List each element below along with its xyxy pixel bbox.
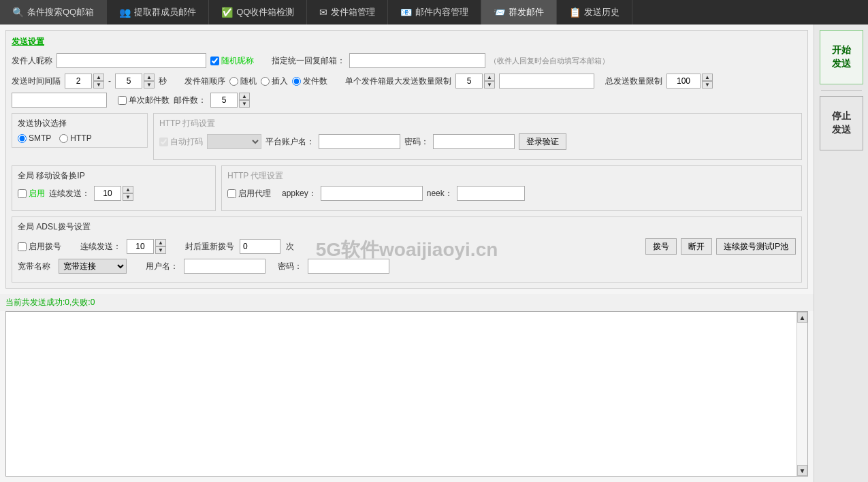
redial-value-input[interactable]: [240, 239, 280, 254]
mail-count-up[interactable]: ▲: [239, 93, 250, 100]
total-limit-label: 总发送数量限制: [605, 76, 662, 87]
total-limit-up[interactable]: ▲: [702, 74, 713, 81]
order-sendcount-label[interactable]: 发件数: [292, 76, 327, 87]
stop-send-btn[interactable]: 停止 发送: [820, 96, 863, 150]
search-qq-icon: 🔍: [12, 7, 24, 18]
enable-dial-check[interactable]: 启用拨号: [18, 241, 61, 253]
order-sendcount-text: 发件数: [303, 76, 327, 87]
scroll-down-arrow[interactable]: ▼: [797, 465, 807, 476]
enable-dial-checkbox[interactable]: [18, 242, 27, 251]
total-limit-input[interactable]: [666, 74, 701, 89]
http-password-input[interactable]: [433, 134, 515, 149]
continuous-send-label: 连续发送：: [49, 188, 90, 199]
mobile-ip-row: 启用 连续发送： ▲ ▼: [18, 186, 210, 201]
http-password-label: 密码：: [404, 136, 429, 148]
http-radio[interactable]: [59, 134, 68, 143]
username-input[interactable]: [184, 259, 266, 274]
mail-content-icon: 📧: [400, 7, 412, 18]
sender-name-input[interactable]: [57, 53, 206, 68]
order-random-label[interactable]: 随机: [229, 76, 257, 87]
nav-search-qq[interactable]: 🔍 条件搜索QQ邮箱: [0, 0, 107, 25]
start-send-line2: 发送: [832, 58, 851, 70]
interval-max-down[interactable]: ▼: [144, 81, 155, 89]
appkey-label: appkey：: [282, 188, 317, 199]
login-verify-btn[interactable]: 登录验证: [519, 133, 566, 150]
continuous-up[interactable]: ▲: [123, 186, 133, 193]
sender-row: 发件人昵称 随机昵称 指定统一回复邮箱： （收件人回复时会自动填写本邮箱）: [12, 53, 802, 68]
reply-email-input[interactable]: [349, 53, 485, 68]
nav-send-box[interactable]: ✉ 发件箱管理: [307, 0, 388, 25]
continuous-btns: ▲ ▼: [123, 186, 133, 201]
interval-row: 发送时间间隔 ▲ ▼ - ▲ ▼ 秒: [12, 74, 802, 108]
code-platform-select[interactable]: [207, 134, 261, 149]
dial-btn[interactable]: 拨号: [645, 238, 677, 255]
http-code-row: 自动打码 平台账户名： 密码： 登录验证: [159, 133, 796, 150]
scroll-up-arrow[interactable]: ▲: [797, 312, 807, 323]
order-insert-text: 插入: [272, 76, 288, 87]
interval-min-spinner: ▲ ▼: [65, 74, 104, 89]
total-limit-extra-input[interactable]: [12, 93, 107, 108]
http-code-title: HTTP 打码设置: [159, 118, 796, 129]
auto-code-check[interactable]: 自动打码: [159, 136, 203, 148]
nav-group-mail[interactable]: 📨 群发邮件: [481, 0, 557, 25]
order-sendcount-radio[interactable]: [292, 77, 301, 86]
neek-input[interactable]: [457, 186, 525, 201]
adsl-section: 5G软件woaijiaoyi.cn 全局 ADSL拨号设置 启用拨号 连续发送：…: [12, 216, 802, 283]
log-scrollbar[interactable]: ▲ ▼: [797, 312, 807, 476]
order-insert-radio[interactable]: [261, 77, 270, 86]
continuous-down[interactable]: ▼: [123, 193, 133, 201]
single-count-check[interactable]: 单次邮件数: [118, 95, 170, 106]
http-radio-label[interactable]: HTTP: [59, 133, 91, 143]
continuous-dial-up[interactable]: ▲: [155, 239, 166, 246]
nav-extract-group[interactable]: 👥 提取群成员邮件: [107, 0, 209, 25]
continuous-dial-down[interactable]: ▼: [155, 246, 166, 254]
nav-send-history[interactable]: 📋 发送历史: [557, 0, 632, 25]
random-nickname-check[interactable]: 随机昵称: [210, 55, 254, 67]
interval-max-up[interactable]: ▲: [144, 74, 155, 81]
max-per-box-extra-input[interactable]: [499, 74, 594, 89]
enable-proxy-check[interactable]: 启用代理: [227, 188, 271, 199]
nav-mail-content[interactable]: 📧 邮件内容管理: [388, 0, 481, 25]
nav-qq-inbox-check[interactable]: ✅ QQ收件箱检测: [209, 0, 307, 25]
order-insert-label[interactable]: 插入: [261, 76, 288, 87]
interval-unit: 秒: [159, 76, 167, 87]
auto-code-checkbox[interactable]: [159, 138, 168, 146]
enable-proxy-checkbox[interactable]: [227, 189, 236, 198]
order-random-text: 随机: [240, 76, 257, 87]
interval-min-up[interactable]: ▲: [93, 74, 104, 81]
smtp-radio-label[interactable]: SMTP: [18, 133, 51, 143]
interval-min-input[interactable]: [65, 74, 92, 89]
interval-label: 发送时间间隔: [12, 76, 61, 87]
disconnect-btn[interactable]: 断开: [681, 238, 712, 255]
max-per-box-label: 单个发件箱最大发送数量限制: [345, 76, 451, 87]
mail-count-input[interactable]: [210, 93, 238, 108]
status-bar: 当前共发送成功:0,失败:0: [0, 294, 814, 311]
single-count-checkbox[interactable]: [118, 96, 127, 105]
max-per-box-up[interactable]: ▲: [484, 74, 495, 81]
random-nickname-checkbox[interactable]: [210, 57, 219, 65]
start-send-btn[interactable]: 开始 发送: [820, 30, 863, 84]
interval-max-input[interactable]: [115, 74, 142, 89]
right-sidebar: 开始 发送 停止 发送: [814, 25, 868, 482]
enable-ip-check[interactable]: 启用: [18, 188, 45, 199]
broadband-select[interactable]: 宽带连接: [59, 259, 127, 274]
enable-ip-checkbox[interactable]: [18, 189, 27, 198]
max-per-box-down[interactable]: ▼: [484, 81, 495, 89]
content-area: 发送设置 发件人昵称 随机昵称 指定统一回复邮箱： （收件人回复时会自动填写本邮…: [0, 25, 814, 482]
smtp-radio[interactable]: [18, 134, 27, 143]
mail-count-down[interactable]: ▼: [239, 100, 250, 108]
total-limit-down[interactable]: ▼: [702, 81, 713, 89]
max-per-box-input[interactable]: [455, 74, 483, 89]
top-navigation: 🔍 条件搜索QQ邮箱 👥 提取群成员邮件 ✅ QQ收件箱检测 ✉ 发件箱管理 📧…: [0, 0, 868, 25]
test-dial-btn[interactable]: 连续拨号测试IP池: [716, 238, 796, 255]
dial-password-input[interactable]: [308, 259, 389, 274]
platform-account-input[interactable]: [319, 134, 400, 149]
continuous-dial-input[interactable]: [127, 239, 154, 254]
order-random-radio[interactable]: [229, 77, 238, 86]
continuous-input[interactable]: [94, 186, 121, 201]
appkey-input[interactable]: [321, 186, 423, 201]
smtp-label: SMTP: [29, 133, 51, 143]
interval-min-down[interactable]: ▼: [93, 81, 104, 89]
adsl-btns: 拨号 断开 连续拨号测试IP池: [645, 238, 796, 255]
protocol-label: 发送协议选择: [18, 118, 142, 129]
